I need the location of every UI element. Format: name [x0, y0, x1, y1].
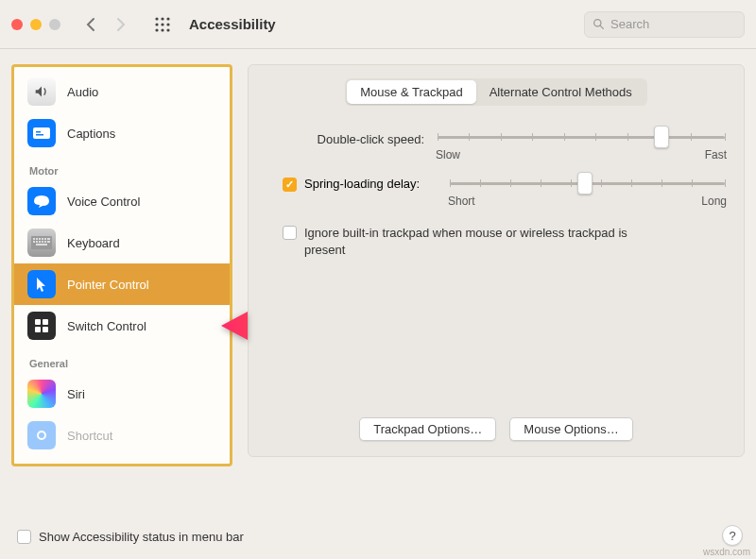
svg-rect-22 — [36, 241, 38, 243]
pointer-control-icon — [27, 270, 56, 298]
window-controls — [11, 19, 60, 30]
search-placeholder: Search — [610, 17, 649, 31]
sidebar-item-label: Keyboard — [67, 236, 120, 250]
slider-min-label: Slow — [436, 148, 460, 161]
svg-rect-21 — [33, 241, 35, 243]
siri-icon — [27, 380, 56, 408]
back-button[interactable] — [77, 11, 104, 38]
help-button[interactable]: ? — [722, 525, 743, 546]
sidebar: Audio Captions Motor Voice Control Keybo… — [11, 64, 232, 466]
search-icon — [593, 18, 605, 30]
svg-rect-19 — [44, 238, 46, 240]
minimize-window-button[interactable] — [30, 19, 42, 30]
sidebar-item-voice-control[interactable]: Voice Control — [14, 180, 230, 222]
toolbar: Accessibility Search — [0, 0, 756, 49]
svg-point-0 — [155, 17, 158, 20]
forward-button[interactable] — [108, 11, 134, 38]
double-click-speed-label: Double-click speed: — [264, 130, 434, 146]
double-click-speed-slider[interactable]: Slow Fast — [434, 136, 729, 161]
svg-rect-17 — [39, 238, 41, 240]
trackpad-options-button[interactable]: Trackpad Options… — [359, 417, 496, 441]
speaker-icon — [27, 77, 56, 106]
sidebar-item-label: Captions — [67, 127, 115, 141]
ignore-trackpad-label: Ignore built-in trackpad when mouse or w… — [304, 225, 635, 258]
sidebar-item-label: Switch Control — [67, 319, 146, 333]
svg-rect-30 — [35, 327, 41, 332]
window-title: Accessibility — [189, 16, 276, 32]
footer: Show Accessibility status in menu bar — [17, 529, 244, 544]
content-panel: Mouse & Trackpad Alternate Control Metho… — [248, 64, 745, 457]
svg-rect-24 — [42, 241, 43, 243]
sidebar-item-siri[interactable]: Siri — [14, 373, 230, 415]
keyboard-icon — [27, 229, 56, 257]
sidebar-item-shortcut[interactable]: Shortcut — [14, 415, 230, 456]
sidebar-item-label: Pointer Control — [67, 278, 149, 292]
watermark: wsxdn.com — [703, 547, 750, 557]
sidebar-item-audio[interactable]: Audio — [14, 71, 230, 112]
svg-rect-18 — [42, 238, 43, 240]
svg-point-4 — [161, 23, 163, 25]
slider-knob[interactable] — [654, 126, 669, 148]
svg-line-10 — [600, 25, 603, 28]
sidebar-item-label: Shortcut — [67, 429, 112, 443]
sidebar-item-label: Siri — [67, 387, 85, 401]
sidebar-item-captions[interactable]: Captions — [14, 112, 230, 154]
spring-loading-slider[interactable]: Short Long — [446, 177, 729, 208]
svg-rect-27 — [36, 244, 47, 246]
svg-rect-29 — [43, 319, 48, 325]
sidebar-section-motor: Motor — [14, 154, 230, 180]
show-status-menubar-label: Show Accessibility status in menu bar — [39, 530, 244, 544]
svg-point-1 — [161, 17, 163, 20]
slider-min-label: Short — [448, 195, 475, 208]
sidebar-section-general: General — [14, 347, 230, 373]
spring-loading-checkbox[interactable]: ✓ — [283, 178, 297, 192]
svg-rect-11 — [33, 127, 50, 139]
mouse-options-button[interactable]: Mouse Options… — [509, 417, 632, 441]
show-status-menubar-checkbox[interactable] — [17, 530, 31, 544]
sidebar-item-keyboard[interactable]: Keyboard — [14, 222, 230, 263]
spring-loading-label: Spring-loading delay: — [304, 177, 437, 191]
voice-control-icon — [27, 187, 56, 215]
sidebar-item-label: Voice Control — [67, 195, 140, 209]
tab-alternate-control[interactable]: Alternate Control Methods — [476, 80, 645, 104]
svg-point-6 — [155, 28, 158, 31]
slider-knob[interactable] — [577, 172, 593, 195]
svg-point-2 — [166, 17, 169, 20]
switch-control-icon — [27, 312, 56, 340]
svg-point-7 — [161, 28, 163, 31]
search-input[interactable]: Search — [584, 11, 745, 38]
show-all-button[interactable] — [149, 11, 176, 38]
svg-point-32 — [38, 432, 45, 439]
svg-rect-26 — [47, 241, 50, 243]
captions-icon — [27, 119, 56, 147]
svg-rect-15 — [33, 238, 35, 240]
svg-rect-28 — [35, 319, 41, 325]
close-window-button[interactable] — [11, 19, 23, 30]
slider-max-label: Long — [701, 195, 727, 208]
svg-rect-20 — [47, 238, 50, 240]
tab-mouse-trackpad[interactable]: Mouse & Trackpad — [347, 80, 475, 104]
svg-rect-16 — [36, 238, 38, 240]
ignore-trackpad-checkbox[interactable] — [283, 226, 297, 240]
tab-control: Mouse & Trackpad Alternate Control Metho… — [345, 78, 646, 106]
slider-max-label: Fast — [705, 148, 727, 161]
svg-rect-25 — [44, 241, 46, 243]
svg-point-5 — [166, 23, 169, 25]
sidebar-item-pointer-control[interactable]: Pointer Control — [14, 263, 230, 305]
svg-rect-31 — [43, 327, 48, 332]
svg-point-3 — [155, 23, 158, 25]
svg-rect-12 — [36, 131, 41, 133]
svg-rect-23 — [39, 241, 41, 243]
sidebar-item-switch-control[interactable]: Switch Control — [14, 305, 230, 347]
sidebar-item-label: Audio — [67, 85, 98, 99]
shortcut-icon — [27, 421, 56, 449]
svg-point-8 — [166, 28, 169, 31]
svg-rect-13 — [36, 134, 43, 136]
fullscreen-window-button[interactable] — [49, 19, 60, 30]
